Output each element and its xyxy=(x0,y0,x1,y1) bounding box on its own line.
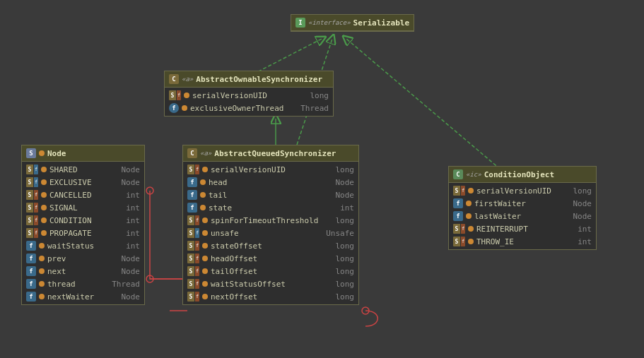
class-abstract-queued: C «a» AbstractQueuedSynchronizer Sf seri… xyxy=(182,145,359,305)
abstract-icon-queued: C xyxy=(187,148,197,158)
fields-condition: Sf serialVersionUID long f firstWaiter N… xyxy=(449,183,596,249)
field-row: f prev Node xyxy=(22,252,144,265)
svg-line-2 xyxy=(253,39,322,74)
svg-point-10 xyxy=(146,187,153,194)
class-name-ownable: AbstractOwnableSynchronizer xyxy=(196,75,322,84)
field-row: Sf CONDITION int xyxy=(22,214,144,227)
field-row: f thread Thread xyxy=(22,278,144,290)
field-row: Sf serialVersionUID long xyxy=(449,184,596,197)
diagram-canvas: I «interface» Serializable C «a» Abstrac… xyxy=(0,0,644,358)
abstract-icon: C xyxy=(169,74,179,84)
field-row: f nextWaiter Node xyxy=(22,290,144,303)
field-row: Sf spinForTimeoutThreshold long xyxy=(183,214,358,227)
class-header-node: S Node xyxy=(22,145,144,162)
class-header-queued: C «a» AbstractQueuedSynchronizer xyxy=(183,145,358,162)
class-header-serializable: I «interface» Serializable xyxy=(291,15,414,31)
class-name: Serializable xyxy=(353,18,409,28)
class-icon-condition: C xyxy=(453,169,463,179)
fields-node: Sf SHARED Node Sf EXCLUSIVE Node Sf CANC… xyxy=(22,162,144,304)
class-icon-node: S xyxy=(26,148,36,158)
field-row: Sf tailOffset long xyxy=(183,265,358,278)
field-row: f tail Node xyxy=(183,189,358,201)
class-name-condition: ConditionObject xyxy=(484,170,554,179)
svg-point-7 xyxy=(146,275,153,282)
field-row: Sf waitStatusOffset long xyxy=(183,278,358,290)
class-abstract-ownable: C «a» AbstractOwnableSynchronizer Sf ser… xyxy=(164,71,334,117)
field-row: Sf headOffset long xyxy=(183,252,358,265)
interface-icon: I xyxy=(295,18,305,28)
field-row: Sf SIGNAL int xyxy=(22,201,144,214)
class-header-condition: C «ic» ConditionObject xyxy=(449,167,596,183)
svg-line-5 xyxy=(346,39,509,177)
field-row: Sf PROPAGATE int xyxy=(22,227,144,239)
field-row: f next Node xyxy=(22,265,144,278)
field-row: Sf CANCELLED int xyxy=(22,189,144,201)
field-row: Sf SHARED Node xyxy=(22,163,144,176)
stereotype-a: «a» xyxy=(182,76,193,83)
field-row: f waitStatus int xyxy=(22,239,144,252)
stereotype-ic: «ic» xyxy=(466,171,481,178)
class-condition-object: C «ic» ConditionObject Sf serialVersionU… xyxy=(448,166,597,250)
stereotype-a2: «a» xyxy=(200,150,211,157)
field-row: Sf stateOffset long xyxy=(183,239,358,252)
field-row: Sf REINTERRUPT int xyxy=(449,222,596,235)
stereotype-label: «interface» xyxy=(308,19,351,26)
field-row: Sf unsafe Unsafe xyxy=(183,227,358,239)
fields-queued: Sf serialVersionUID long f head Node f t… xyxy=(183,162,358,304)
field-row: f state int xyxy=(183,201,358,214)
field-row: f head Node xyxy=(183,176,358,189)
field-row: f exclusiveOwnerThread Thread xyxy=(165,102,333,114)
field-row: Sf THROW_IE int xyxy=(449,235,596,248)
class-name-queued: AbstractQueuedSynchronizer xyxy=(214,149,336,158)
field-row: f lastWaiter Node xyxy=(449,210,596,222)
field-row: Sf nextOffset long xyxy=(183,290,358,303)
class-name-node: Node xyxy=(47,149,66,158)
svg-point-11 xyxy=(362,307,369,314)
class-header-abstract-ownable: C «a» AbstractOwnableSynchronizer xyxy=(165,71,333,88)
field-row: Sf EXCLUSIVE Node xyxy=(22,176,144,189)
class-node: S Node Sf SHARED Node Sf EXCLUSIVE Node … xyxy=(21,145,145,305)
field-row: f firstWaiter Node xyxy=(449,197,596,210)
field-row: Sf serialVersionUID long xyxy=(183,163,358,176)
field-row: Sf serialVersionUID long xyxy=(165,89,333,102)
class-serializable: I «interface» Serializable xyxy=(291,14,414,32)
fields-ownable: Sf serialVersionUID long f exclusiveOwne… xyxy=(165,88,333,116)
